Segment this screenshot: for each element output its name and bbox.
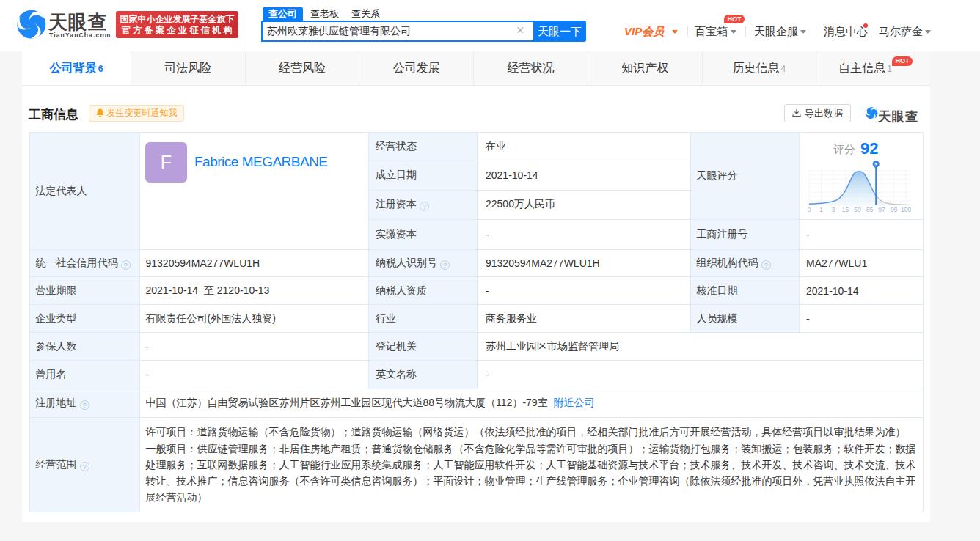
svg-text:0: 0: [808, 206, 811, 213]
svg-text:1: 1: [819, 206, 823, 213]
svg-text:99: 99: [891, 206, 898, 213]
svg-text:97: 97: [878, 206, 885, 213]
svg-text:评分: 评分: [833, 143, 855, 155]
svg-text:50: 50: [854, 206, 861, 213]
svg-text:15: 15: [842, 206, 849, 213]
svg-text:85: 85: [866, 206, 874, 213]
svg-text:100: 100: [901, 206, 911, 213]
svg-text:92: 92: [860, 139, 878, 158]
svg-text:3: 3: [832, 206, 835, 213]
